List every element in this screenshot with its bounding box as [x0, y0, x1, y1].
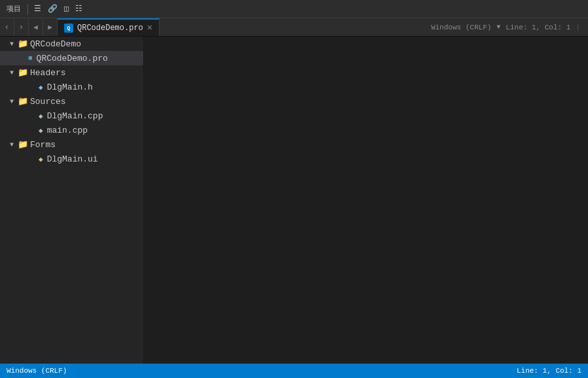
tab-qrcodedemo[interactable]: Q QRCodeDemo.pro ×	[58, 18, 160, 36]
sidebar-item-sources-folder[interactable]: ▼ 📁 Sources	[0, 94, 143, 109]
sidebar-pro-label: QRCodeDemo.pro	[37, 54, 108, 63]
sidebar-root-label: QRCodeDemo	[30, 39, 81, 49]
toolbar-project-label: 项目	[4, 3, 24, 15]
dlgmain-cpp-icon: ◆	[39, 112, 43, 120]
code-editor[interactable]	[144, 37, 588, 364]
sources-folder-icon: 📁	[18, 96, 28, 107]
root-arrow-icon: ▼	[8, 41, 16, 48]
grid-plus-icon[interactable]: ◫	[62, 3, 71, 15]
tab-nav-forward[interactable]: ▶	[43, 18, 58, 36]
sidebar-dlgmain-cpp-label: DlgMain.cpp	[47, 111, 103, 121]
tab-encoding: Windows (CRLF)	[431, 24, 491, 31]
sidebar-item-dlgmain-cpp[interactable]: ◆ DlgMain.cpp	[0, 109, 143, 123]
sidebar: ▼ 📁 QRCodeDemo ■ QRCodeDemo.pro ▼ 📁 Head…	[0, 37, 144, 364]
line-numbers	[144, 37, 171, 364]
sidebar-dlgmain-h-label: DlgMain.h	[47, 82, 93, 92]
status-position: Line: 1, Col: 1	[517, 367, 581, 375]
status-right: Line: 1, Col: 1	[517, 367, 581, 375]
sidebar-item-headers-folder[interactable]: ▼ 📁 Headers	[0, 65, 143, 80]
sidebar-sources-label: Sources	[30, 97, 66, 107]
sidebar-headers-label: Headers	[30, 68, 66, 78]
toolbar-sep-1	[27, 4, 28, 14]
sidebar-item-dlgmain-ui[interactable]: ◆ DlgMain.ui	[0, 152, 143, 166]
forms-arrow-icon: ▼	[8, 141, 16, 148]
code-content[interactable]	[171, 37, 588, 364]
sidebar-dlgmain-ui-label: DlgMain.ui	[47, 154, 98, 164]
tab-close-btn[interactable]: ×	[147, 24, 152, 33]
sidebar-forms-label: Forms	[30, 140, 56, 150]
status-bar: Windows (CRLF) Line: 1, Col: 1	[0, 364, 588, 378]
pro-file-icon: ■	[28, 54, 33, 62]
h-file-icon: ◆	[39, 83, 43, 92]
sidebar-main-cpp-label: main.cpp	[47, 126, 88, 135]
filter-icon[interactable]: ☰	[32, 3, 43, 15]
status-encoding: Windows (CRLF)	[7, 367, 67, 375]
tab-title: QRCodeDemo.pro	[77, 24, 143, 33]
tab-nav-back[interactable]: ◀	[29, 18, 43, 36]
root-folder-icon: 📁	[18, 39, 28, 49]
sidebar-item-dlgmain-h[interactable]: ◆ DlgMain.h	[0, 80, 143, 94]
sidebar-item-pro[interactable]: ■ QRCodeDemo.pro	[0, 51, 143, 65]
panel-icon[interactable]: ☷	[73, 3, 84, 15]
forms-folder-icon: 📁	[18, 139, 28, 150]
tab-nav-left[interactable]: ‹	[0, 18, 14, 36]
main-cpp-icon: ◆	[39, 126, 43, 135]
sidebar-item-root[interactable]: ▼ 📁 QRCodeDemo	[0, 37, 143, 51]
position-icon: |	[576, 24, 580, 31]
toolbar: 项目 ☰ 🔗 ◫ ☷	[0, 0, 588, 18]
headers-arrow-icon: ▼	[8, 69, 16, 77]
main-content: ▼ 📁 QRCodeDemo ■ QRCodeDemo.pro ▼ 📁 Head…	[0, 37, 588, 364]
ui-file-icon: ◆	[39, 155, 43, 163]
link-icon[interactable]: 🔗	[46, 3, 60, 15]
tab-status-area: Windows (CRLF) ▼ Line: 1, Col: 1 |	[423, 18, 588, 36]
sidebar-item-forms-folder[interactable]: ▼ 📁 Forms	[0, 137, 143, 152]
headers-folder-icon: 📁	[18, 67, 28, 78]
sidebar-item-main-cpp[interactable]: ◆ main.cpp	[0, 123, 143, 137]
sources-arrow-icon: ▼	[8, 98, 16, 105]
tab-position: Line: 1, Col: 1	[506, 24, 570, 31]
tab-file-icon: Q	[64, 24, 73, 33]
tab-nav-right[interactable]: ›	[14, 18, 29, 36]
tab-bar: ‹ › ◀ ▶ Q QRCodeDemo.pro × Windows (CRLF…	[0, 18, 588, 37]
encoding-dropdown-icon[interactable]: ▼	[496, 24, 500, 31]
